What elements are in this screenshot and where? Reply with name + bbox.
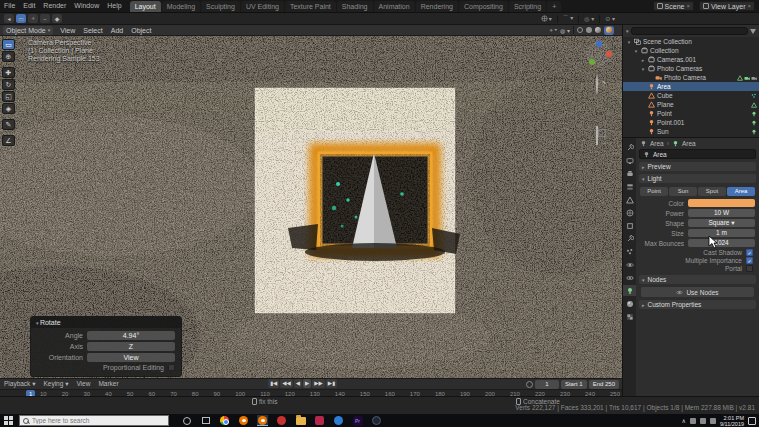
- move-tool[interactable]: ✚: [2, 67, 15, 78]
- cortana-icon[interactable]: [181, 415, 192, 426]
- chrome-icon[interactable]: [219, 415, 230, 426]
- tab-rendering[interactable]: Rendering: [416, 1, 458, 12]
- outliner-row-cube[interactable]: Cube: [623, 91, 759, 100]
- outliner-row-cameras-001[interactable]: ▸Cameras.001: [623, 55, 759, 64]
- tray-icon-2[interactable]: [700, 418, 706, 424]
- display-mode-icon[interactable]: ▾: [626, 28, 629, 34]
- rotate-panel-header[interactable]: ▾ Rotate: [31, 317, 181, 328]
- prev-keyframe-button[interactable]: ◀◀: [280, 379, 292, 388]
- tray-icon-3[interactable]: [710, 418, 716, 424]
- menu-file[interactable]: File: [0, 0, 19, 12]
- properties-tab-view-layer[interactable]: [623, 181, 637, 192]
- outliner-row-point-001[interactable]: Point.001: [623, 118, 759, 127]
- menu-render[interactable]: Render: [39, 0, 70, 12]
- tool-option-add-icon[interactable]: ＋: [28, 14, 38, 23]
- gizmo-toggle-icon[interactable]: ⌖ ▾: [550, 27, 558, 34]
- multiple-importance-checkbox[interactable]: ✓: [746, 257, 753, 264]
- shading-wireframe-button[interactable]: [577, 27, 583, 34]
- navigation-gizmo[interactable]: [586, 41, 612, 67]
- property-value-shape[interactable]: Square ▾: [688, 219, 755, 227]
- remove-view-layer-icon[interactable]: ×: [747, 3, 751, 9]
- properties-tab-object[interactable]: [623, 220, 637, 231]
- viewport-menu-view[interactable]: View: [56, 27, 79, 34]
- search-input[interactable]: [32, 417, 152, 424]
- app-blue-icon[interactable]: [333, 415, 344, 426]
- outliner-row-photo-camera[interactable]: Photo Camera: [623, 73, 759, 82]
- outliner-row-scene-collection[interactable]: ▾Scene Collection: [623, 37, 759, 46]
- mode-selector[interactable]: Object Mode ▾: [3, 26, 53, 35]
- unlink-scene-icon[interactable]: ×: [686, 3, 690, 9]
- frame-start-field[interactable]: Start 1: [561, 380, 587, 389]
- view-layer-selector[interactable]: View Layer ×: [699, 1, 755, 11]
- properties-tab-texture[interactable]: [623, 311, 637, 322]
- task-view-icon[interactable]: [200, 415, 211, 426]
- tab-scripting[interactable]: Scripting: [509, 1, 546, 12]
- scene-selector[interactable]: Scene ×: [653, 1, 694, 11]
- properties-tab-material[interactable]: [623, 298, 637, 309]
- tab-layout[interactable]: Layout: [130, 1, 161, 12]
- cast-shadow-checkbox[interactable]: ✓: [746, 249, 753, 256]
- play-button[interactable]: ▶: [303, 379, 311, 388]
- light-section-header[interactable]: ▾ Light: [639, 174, 756, 183]
- properties-tab-output[interactable]: [623, 168, 637, 179]
- tab-animation[interactable]: Animation: [374, 1, 415, 12]
- viewport-menu-select[interactable]: Select: [79, 27, 106, 34]
- menu-edit[interactable]: Edit: [19, 0, 39, 12]
- outliner-row-plane[interactable]: Plane: [623, 100, 759, 109]
- proportional-editing-dropdown[interactable]: ◎ ▾: [584, 15, 594, 22]
- tab-compositing[interactable]: Compositing: [459, 1, 508, 12]
- light-type-sun[interactable]: Sun: [669, 187, 697, 196]
- light-type-spot[interactable]: Spot: [698, 187, 726, 196]
- light-type-area[interactable]: Area: [727, 187, 755, 196]
- jump-to-end-button[interactable]: ▶▮: [326, 379, 337, 388]
- tray-expand-icon[interactable]: ∧: [682, 417, 686, 424]
- app-crimson-icon[interactable]: [314, 415, 325, 426]
- breadcrumb-object[interactable]: Area: [650, 140, 664, 147]
- back-icon[interactable]: ◂: [4, 14, 14, 23]
- blender-icon[interactable]: [238, 415, 249, 426]
- pivot-point-dropdown[interactable]: ⊙ ▾: [605, 15, 615, 22]
- tray-icon-1[interactable]: [690, 418, 696, 424]
- expand-icon[interactable]: ▾: [633, 48, 639, 54]
- menu-window[interactable]: Window: [70, 0, 103, 12]
- tool-option-sub-icon[interactable]: −: [40, 14, 50, 23]
- play-reverse-button[interactable]: ◀: [294, 379, 302, 388]
- properties-tab-object-data[interactable]: [623, 285, 637, 296]
- outliner-row-area[interactable]: Area: [623, 82, 759, 91]
- proportional-editing-checkbox[interactable]: [168, 364, 175, 371]
- scale-tool[interactable]: ◱: [2, 91, 15, 102]
- properties-tab-particles[interactable]: [623, 246, 637, 257]
- axis-x-handle[interactable]: [606, 51, 612, 57]
- shading-rendered-button[interactable]: [604, 26, 614, 35]
- filter-icon[interactable]: [750, 29, 756, 34]
- 3d-viewport[interactable]: Camera Perspective(1) Collection | Plane…: [0, 36, 622, 378]
- tab-uv-editing[interactable]: UV Editing: [241, 1, 284, 12]
- tab-texture-paint[interactable]: Texture Paint: [285, 1, 336, 12]
- use-nodes-button[interactable]: Use Nodes: [641, 287, 754, 297]
- outliner-row-photo-cameras[interactable]: ▾Photo Cameras: [623, 64, 759, 73]
- premiere-icon[interactable]: Pr: [352, 415, 363, 426]
- field-value[interactable]: 4.94°: [87, 331, 175, 340]
- expand-icon[interactable]: ▾: [640, 66, 646, 72]
- current-frame-field[interactable]: 1: [535, 380, 559, 389]
- active-tool-icon[interactable]: ▭: [16, 14, 26, 23]
- property-value-size[interactable]: 1 m: [688, 229, 755, 237]
- taskbar-search[interactable]: [19, 415, 169, 426]
- axis-y-handle[interactable]: [589, 59, 595, 65]
- outliner-row-sun[interactable]: Sun: [623, 127, 759, 136]
- tab-sculpting[interactable]: Sculpting: [201, 1, 240, 12]
- outliner-row-point[interactable]: Point: [623, 109, 759, 118]
- property-value-max-bounces[interactable]: 1024: [688, 239, 755, 247]
- auto-keying-toggle[interactable]: [526, 381, 533, 388]
- nodes-section-header[interactable]: ▾ Nodes: [639, 275, 756, 284]
- frame-end-field[interactable]: End 250: [589, 380, 619, 389]
- zoom-icon[interactable]: [596, 76, 605, 85]
- pan-hand-icon[interactable]: [596, 93, 605, 102]
- properties-tab-tool[interactable]: [623, 142, 637, 153]
- custom-properties-section-header[interactable]: ▸ Custom Properties: [639, 300, 756, 309]
- tab-shading[interactable]: Shading: [337, 1, 373, 12]
- properties-tab-constraints[interactable]: [623, 272, 637, 283]
- tool-option-mix-icon[interactable]: ◆: [52, 14, 62, 23]
- camera-view-icon[interactable]: [596, 110, 605, 119]
- cursor-tool[interactable]: ⊕: [2, 51, 15, 62]
